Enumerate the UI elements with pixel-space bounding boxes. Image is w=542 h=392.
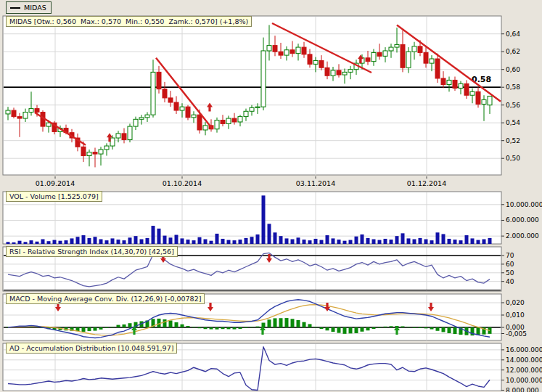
rsi-chart-header[interactable]: RSI - Relative Strength Index (14,30,70)…: [6, 246, 178, 257]
svg-text:6.000.000: 6.000.000: [506, 216, 539, 224]
svg-text:03.11.2014: 03.11.2014: [296, 179, 335, 187]
svg-text:0,62: 0,62: [506, 48, 520, 55]
svg-text:01.10.2014: 01.10.2014: [163, 179, 202, 187]
series-line-sample-icon: [10, 7, 20, 9]
series-legend-label: MIDAS: [24, 4, 46, 12]
rsi-panel: 70605040 RSI - Relative Strength Index (…: [0, 245, 542, 293]
svg-text:0,60: 0,60: [506, 66, 520, 73]
ad-chart-header[interactable]: AD - Accumulation Distribution [10.048.5…: [6, 343, 177, 354]
svg-text:10.000.000: 10.000.000: [506, 377, 542, 384]
date-labels: 01.09.201401.10.201403.11.201401.12.2014: [36, 176, 446, 187]
price-chart-header[interactable]: MIDAS [Otw.: 0,560 Max.: 0,570 Min.: 0,5…: [6, 16, 252, 27]
svg-text:0,52: 0,52: [506, 137, 520, 144]
svg-text:10.000.000: 10.000.000: [506, 201, 542, 208]
ad-panel: 16.000.00014.000.00012.000.00010.000.000…: [0, 342, 542, 392]
legend-strip: MIDAS: [0, 0, 542, 15]
svg-text:01.09.2014: 01.09.2014: [36, 179, 75, 187]
svg-text:12.000.000: 12.000.000: [506, 367, 542, 374]
price-panel: 0,640,620,600,580,560,540,520,500.58 MID…: [0, 15, 542, 176]
svg-text:0,020: 0,020: [506, 299, 525, 306]
svg-text:01.12.2014: 01.12.2014: [407, 179, 446, 187]
svg-text:14.000.000: 14.000.000: [506, 356, 542, 364]
svg-text:0,58: 0,58: [506, 83, 520, 91]
macd-chart-header[interactable]: MACD - Moving Average Conv. Div. (12,26,…: [6, 293, 205, 304]
svg-text:0,50: 0,50: [506, 155, 520, 162]
svg-text:50: 50: [506, 269, 514, 277]
series-legend[interactable]: MIDAS: [6, 1, 52, 14]
svg-text:40: 40: [506, 278, 514, 285]
svg-text:0,54: 0,54: [506, 119, 520, 126]
volume-chart-header[interactable]: VOL - Volume [1.525.079]: [6, 191, 102, 202]
chart-window: { "legend": { "symbol": "MIDAS" }, "x_ax…: [0, 0, 542, 392]
svg-text:0,010: 0,010: [506, 311, 525, 319]
svg-text:0,64: 0,64: [506, 30, 520, 38]
volume-panel: 10.000.0006.000.0002.000.000 VOL - Volum…: [0, 190, 542, 245]
macd-panel: 0,0200,0100,000-0,005 MACD - Moving Aver…: [0, 293, 542, 342]
svg-text:-0,005: -0,005: [506, 330, 527, 338]
svg-text:2.000.000: 2.000.000: [506, 232, 539, 240]
svg-text:8.000.000: 8.000.000: [506, 387, 539, 392]
price-chart: 0,640,620,600,580,560,540,520,500.58: [0, 15, 542, 176]
svg-text:16.000.000: 16.000.000: [506, 346, 542, 354]
svg-text:0,56: 0,56: [506, 102, 520, 109]
x-axis: 01.09.201401.10.201403.11.201401.12.2014: [0, 176, 542, 190]
svg-text:60: 60: [506, 261, 514, 268]
x-axis-labels: 01.09.201401.10.201403.11.201401.12.2014: [0, 176, 542, 190]
svg-text:70: 70: [506, 252, 514, 259]
